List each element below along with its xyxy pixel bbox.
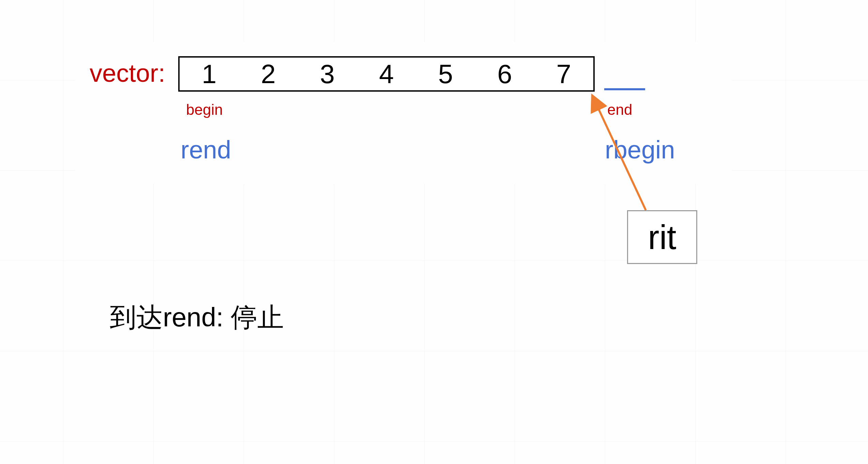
- begin-label: begin: [186, 101, 223, 118]
- rit-box: rit: [627, 210, 697, 264]
- vector-label: vector:: [90, 59, 165, 88]
- cell-6: 7: [534, 58, 593, 90]
- vector-cells: 1 2 3 4 5 6 7: [178, 56, 595, 92]
- cell-1: 2: [239, 58, 298, 90]
- cell-2: 3: [298, 58, 357, 90]
- end-slot-underline: [604, 88, 645, 90]
- end-label: end: [607, 101, 632, 118]
- rend-label: rend: [181, 135, 231, 164]
- cell-5: 6: [475, 58, 534, 90]
- cell-3: 4: [357, 58, 416, 90]
- rbegin-label: rbegin: [605, 135, 675, 164]
- cell-0: 1: [180, 58, 239, 90]
- rit-label: rit: [648, 218, 676, 257]
- cell-4: 5: [416, 58, 475, 90]
- note-text: 到达rend: 停止: [110, 300, 284, 336]
